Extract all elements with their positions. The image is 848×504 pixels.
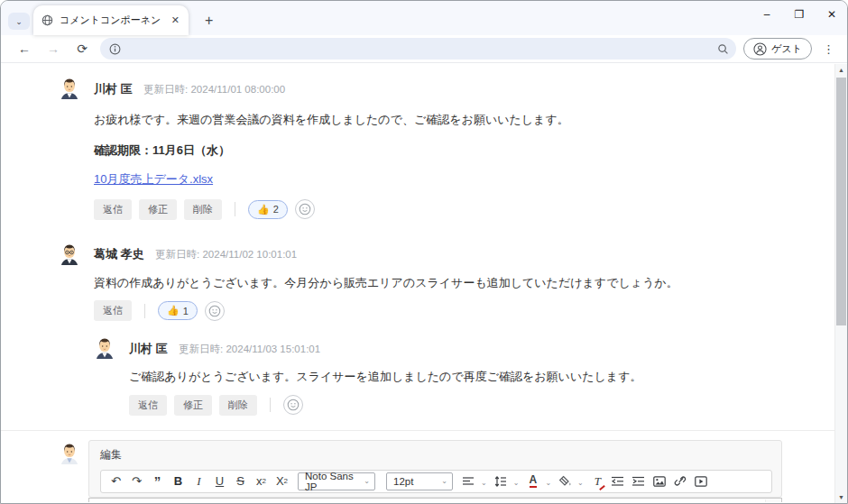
chevron-down-icon: ⌄ [481, 479, 487, 487]
link-icon[interactable] [671, 472, 690, 491]
tab-close-icon[interactable]: ✕ [168, 14, 183, 27]
font-color-icon[interactable]: A [523, 472, 542, 491]
comment-timestamp: 更新日時: 2024/11/02 10:01:01 [155, 249, 297, 260]
comment-body: 資料の作成ありがとうございます。今月分から販売エリアのスライサーも追加していただ… [94, 274, 789, 292]
comment-editor: 編集 ↶ ↷ ” B I U S x2 X2 Noto Sa [59, 440, 789, 503]
clear-format-icon[interactable]: T [588, 472, 607, 491]
highlight-color-icon[interactable] [556, 472, 575, 491]
divider [270, 398, 271, 412]
reply-button[interactable]: 返信 [129, 395, 167, 416]
scrollbar-thumb[interactable] [836, 78, 846, 325]
thumbsup-icon: 👍 [167, 305, 180, 316]
comment-author: 川村 匡 [94, 82, 133, 96]
profile-button[interactable]: ゲスト [743, 38, 812, 60]
page-info-icon[interactable] [109, 43, 121, 55]
reload-icon[interactable]: ⟳ [71, 41, 93, 56]
delete-button[interactable]: 削除 [184, 199, 222, 220]
comment-timestamp: 更新日時: 2024/11/03 15:01:01 [179, 344, 320, 354]
indent-icon[interactable] [630, 472, 649, 491]
blockquote-icon[interactable]: ” [148, 472, 167, 491]
active-tab[interactable]: コメントコンポーネントサンプル ✕ [33, 5, 189, 35]
subscript-icon[interactable]: X2 [272, 472, 291, 491]
thumbsup-icon: 👍 [257, 204, 270, 215]
comment-author: 川村 匡 [129, 342, 168, 355]
strikethrough-icon[interactable]: S [231, 472, 250, 491]
line-height-icon[interactable] [492, 472, 511, 491]
bold-icon[interactable]: B [169, 472, 188, 491]
scroll-up-icon[interactable]: ▲ [835, 67, 847, 73]
comment-body: お疲れ様です。来週の営業会議の資料を作成しましたので、ご確認をお願いいたします。 [94, 111, 789, 129]
avatar [59, 243, 80, 265]
globe-icon [41, 14, 53, 26]
reply-button[interactable]: 返信 [94, 300, 132, 321]
section-divider [1, 430, 847, 431]
thumbsup-reaction[interactable]: 👍 2 [248, 200, 288, 219]
editor-scrollbar[interactable]: ▲ [765, 499, 780, 503]
superscript-icon[interactable]: x2 [252, 472, 271, 491]
reaction-count: 2 [273, 204, 279, 215]
comment-1: 川村 匡 更新日時: 2024/11/01 08:00:00 お疲れ様です。来週… [59, 78, 789, 220]
reaction-count: 1 [183, 306, 189, 316]
font-family-select[interactable]: Noto Sans JP⌄ [298, 472, 375, 490]
comment-input[interactable]: お疲れ様です。本日確認期限となっていましたので、 まだご確認されていない方は本日… [88, 498, 782, 503]
underline-icon[interactable]: U [210, 472, 229, 491]
chevron-down-icon: ⌄ [577, 479, 584, 487]
video-icon[interactable] [692, 472, 711, 491]
chevron-down-icon: ⌄ [441, 477, 447, 485]
comment-body: ご確認ありがとうございます。スライサーを追加しましたので再度ご確認をお願いいたし… [129, 368, 789, 386]
person-icon [753, 42, 767, 56]
comment-timestamp: 更新日時: 2024/11/01 08:00:00 [143, 84, 285, 95]
profile-label: ゲスト [771, 42, 802, 56]
forward-icon: → [42, 41, 64, 56]
add-reaction-button[interactable] [283, 395, 303, 415]
browser-window: ⌄ コメントコンポーネントサンプル ✕ + – ❐ ✕ ← → ⟳ [0, 0, 848, 504]
undo-icon[interactable]: ↶ [106, 472, 125, 491]
comment-author: 葛城 孝史 [94, 247, 144, 261]
page-scrollbar[interactable]: ▲ ▼ [834, 64, 847, 503]
tab-search-button[interactable]: ⌄ [8, 13, 30, 30]
comment-2-reply: 川村 匡 更新日時: 2024/11/03 15:01:01 ご確認ありがとうご… [94, 337, 789, 416]
avatar [59, 443, 80, 464]
chevron-down-icon: ⌄ [364, 477, 370, 485]
outdent-icon[interactable] [609, 472, 628, 491]
browser-toolbar: ← → ⟳ ゲスト ⋮ [1, 35, 847, 63]
scroll-down-icon[interactable]: ▼ [835, 494, 847, 500]
search-icon[interactable] [717, 43, 729, 55]
restore-button[interactable]: ❐ [793, 8, 806, 21]
reply-button[interactable]: 返信 [94, 199, 132, 220]
divider [144, 304, 145, 318]
avatar [59, 78, 80, 99]
minimize-button[interactable]: – [760, 8, 773, 21]
thumbsup-reaction[interactable]: 👍 1 [158, 301, 198, 320]
page-content: 川村 匡 更新日時: 2024/11/01 08:00:00 お疲れ様です。来週… [1, 63, 847, 502]
delete-button[interactable]: 削除 [219, 395, 257, 416]
close-button[interactable]: ✕ [825, 8, 838, 21]
new-tab-button[interactable]: + [199, 13, 218, 29]
back-icon[interactable]: ← [14, 41, 35, 56]
chevron-down-icon: ⌄ [513, 479, 520, 487]
comment-2: 葛城 孝史 更新日時: 2024/11/02 10:01:01 資料の作成ありが… [59, 243, 789, 416]
edit-button[interactable]: 修正 [139, 199, 177, 220]
attachment-link[interactable]: 10月度売上データ.xlsx [94, 172, 213, 186]
font-size-select[interactable]: 12pt⌄ [386, 472, 453, 490]
address-bar[interactable] [100, 38, 736, 60]
add-reaction-button[interactable] [205, 301, 225, 321]
chevron-down-icon: ⌄ [545, 479, 551, 487]
scroll-up-icon[interactable]: ▲ [770, 501, 777, 503]
italic-icon[interactable]: I [189, 472, 208, 491]
editor-toolbar: ↶ ↷ ” B I U S x2 X2 Noto Sans JP⌄ [100, 470, 772, 493]
edit-button[interactable]: 修正 [174, 395, 212, 416]
add-reaction-button[interactable] [295, 199, 315, 219]
editor-title: 編集 [100, 447, 772, 463]
editor-line-1: お疲れ様です。本日確認期限となっていましたので、 [97, 501, 758, 503]
redo-icon[interactable]: ↷ [127, 472, 146, 491]
avatar [94, 337, 115, 359]
divider [235, 202, 235, 216]
menu-kebab-icon[interactable]: ⋮ [819, 42, 838, 56]
image-icon[interactable] [650, 472, 669, 491]
editor-frame: 編集 ↶ ↷ ” B I U S x2 X2 Noto Sa [88, 440, 782, 498]
align-icon[interactable] [459, 472, 478, 491]
comment-deadline: 確認期限：11月6日（水） [94, 142, 789, 159]
tab-title: コメントコンポーネントサンプル [60, 14, 161, 27]
tab-strip: ⌄ コメントコンポーネントサンプル ✕ + – ❐ ✕ [1, 1, 847, 35]
